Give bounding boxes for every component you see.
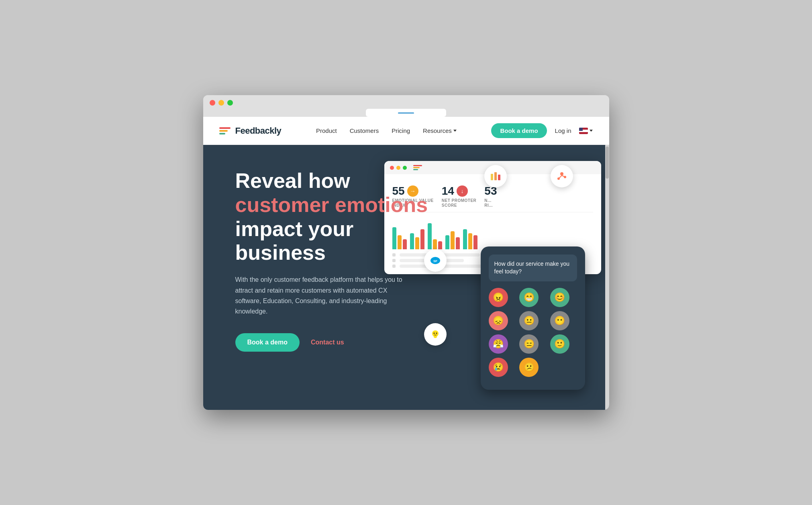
chart-bar-yellow-5 [468,233,472,249]
emoji-btn-angry[interactable]: 😠 [489,288,508,307]
metric-extra: 53 N...RI... [484,185,497,208]
metric-nps: 14 ↓ NET PROMOTERSCORE [442,185,477,208]
hero-title: Reveal how customer emotions impact your… [235,169,428,265]
lang-chevron-icon [590,130,593,132]
logo-bar-1 [219,127,231,129]
maximize-button[interactable] [227,100,233,106]
hero-section: Reveal how customer emotions impact your… [203,145,609,410]
chevron-down-icon [453,130,457,132]
phone-question-text: How did our service make you feel today? [494,260,571,276]
chart-bar-red-3 [438,241,442,249]
nps-arrow: ↓ [457,185,468,197]
emoji-btn-smile[interactable]: 😊 [550,288,569,307]
chart-bar-yellow-4 [451,231,455,249]
close-button[interactable] [210,100,215,106]
chart-bar-yellow-3 [433,239,437,249]
hero-buttons: Book a demo Contact us [235,333,428,352]
logo-text: Feedbackly [235,126,282,136]
chart-bar-teal-5 [463,229,467,249]
nav-links: Product Customers Pricing Resources [316,127,457,134]
contact-us-button[interactable]: Contact us [311,339,344,346]
hero-title-highlight: customer emotions [235,193,428,216]
emoji-grid: 😠 😁 😊 😞 😐 😶 😤 😑 🙂 😢 😕 [489,288,577,377]
minimize-button[interactable] [218,100,224,106]
browser-content: Feedbackly Product Customers Pricing Res… [203,117,609,410]
emoji-btn-expressionless[interactable]: 😑 [519,334,539,354]
hero-left: Reveal how customer emotions impact your… [235,169,428,394]
address-bar-row [210,109,603,117]
svg-point-5 [436,333,437,334]
emoji-btn-happy[interactable]: 😁 [519,288,539,307]
flag-icon [579,128,588,134]
hero-book-demo-button[interactable]: Book a demo [235,333,300,352]
navbar: Feedbackly Product Customers Pricing Res… [203,117,609,145]
browser-window: Feedbackly Product Customers Pricing Res… [203,95,609,410]
logo-bar-3 [219,133,225,134]
logo-area: Feedbackly [219,126,282,136]
nps-label: NET PROMOTERSCORE [442,198,477,208]
emoji-btn-slight-smile[interactable]: 🙂 [550,334,569,354]
book-demo-button[interactable]: Book a demo [491,123,547,138]
logo-bar-2 [219,130,228,132]
svg-point-3 [434,336,437,338]
extra-label: N...RI... [484,198,497,208]
traffic-lights [210,100,603,106]
emoji-btn-confuse[interactable]: 😕 [519,358,539,377]
hero-right: 55 → EMOTIONAL VALUEINDEX 14 ↓ NE [428,169,593,394]
emoji-btn-neutral[interactable]: 😐 [519,311,539,330]
nav-actions: Book a demo Log in [491,123,593,138]
chart-bar-red-5 [473,235,477,249]
emoji-btn-sad[interactable]: 😞 [489,311,508,330]
emoji-btn-blank[interactable]: 😶 [550,311,569,330]
nps-value: 14 [442,185,454,198]
emoji-btn-frustrated[interactable]: 😤 [489,334,508,354]
svg-text:SF: SF [433,259,437,263]
address-bar[interactable] [366,109,446,117]
phone-mockup: How did our service make you feel today?… [481,246,585,390]
nav-product[interactable]: Product [316,127,337,134]
svg-line-13 [559,175,562,179]
svg-rect-6 [491,174,493,180]
nav-resources[interactable]: Resources [423,127,457,134]
powerbi-integration-icon [484,165,507,187]
scrollbar-thumb [606,147,609,179]
logo-icon [219,127,231,134]
nav-pricing[interactable]: Pricing [392,127,410,134]
hero-description: With the only customer feedback platform… [235,275,404,317]
svg-point-9 [560,172,563,175]
phone-question-bubble: How did our service make you feel today? [489,255,577,281]
browser-scrollbar[interactable] [605,145,609,410]
svg-rect-7 [494,172,497,180]
emoji-btn-cry[interactable]: 😢 [489,358,508,377]
nav-customers[interactable]: Customers [350,127,379,134]
login-button[interactable]: Log in [555,127,571,134]
chart-bar-teal-3 [428,223,432,249]
svg-rect-8 [498,175,500,180]
chart-bar-teal-4 [445,235,449,249]
address-bar-indicator [398,112,414,114]
chart-bar-red-4 [456,237,460,249]
language-selector[interactable] [579,128,593,134]
browser-chrome [203,95,609,117]
svg-point-4 [433,333,435,334]
hubspot-integration-icon [551,165,573,187]
